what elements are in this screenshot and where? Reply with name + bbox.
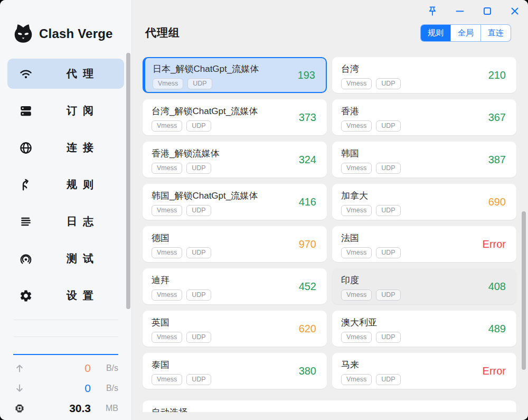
proxy-latency: 452: [299, 281, 316, 293]
download-speed-row: 0 B/s: [0, 378, 131, 398]
sidebar-item-profiles[interactable]: 订阅: [7, 96, 124, 126]
proxy-card[interactable]: 加拿大 VmessUDP 690: [332, 184, 516, 220]
protocol-badge: Vmess: [341, 163, 372, 174]
download-speed-value: 0: [25, 382, 91, 395]
minimize-icon: [454, 5, 466, 17]
proxy-card[interactable]: 台湾 VmessUDP 210: [332, 57, 516, 93]
proxy-tags: VmessUDP: [152, 332, 318, 343]
sidebar-scrollbar[interactable]: [126, 53, 130, 309]
protocol-badge: UDP: [186, 247, 211, 258]
proxy-tags: VmessUDP: [152, 120, 318, 132]
protocol-badge: Vmess: [152, 247, 182, 258]
proxy-card[interactable]: 韩国_解锁ChatGpt_流媒体 VmessUDP 416: [143, 184, 327, 220]
mode-tab-2[interactable]: 直连: [480, 25, 511, 41]
proxy-name: 韩国_解锁ChatGpt_流媒体: [152, 190, 318, 202]
proxy-card[interactable]: 香港_解锁流媒体 VmessUDP 324: [143, 142, 327, 178]
sidebar-item-label: 日志: [67, 214, 99, 229]
proxy-latency: 970: [299, 238, 316, 250]
proxy-latency: 416: [299, 196, 316, 208]
page-title: 代理组: [145, 25, 180, 40]
protocol-badge: UDP: [186, 205, 211, 216]
proxy-tags: VmessUDP: [153, 78, 318, 89]
protocol-badge: Vmess: [152, 120, 182, 132]
sidebar-item-label: 代理: [67, 67, 99, 81]
proxy-card[interactable]: 迪拜 VmessUDP 452: [143, 268, 327, 304]
cat-logo-icon: [12, 22, 35, 45]
proxy-card[interactable]: 印度 VmessUDP 408: [332, 268, 516, 304]
test-icon: [19, 252, 33, 266]
proxy-name: 台湾: [341, 63, 508, 75]
proxy-name: 加拿大: [341, 190, 508, 202]
proxy-name: 英国: [152, 316, 318, 329]
sidebar-item-rules[interactable]: 规则: [7, 170, 124, 200]
sidebar-nav: 代理 订阅 连接 规则 日志 测试 设置: [0, 59, 131, 311]
protocol-badge: Vmess: [341, 374, 372, 385]
proxy-latency: 690: [488, 196, 506, 208]
memory-usage-unit: MB: [91, 404, 118, 413]
mode-tab-group: 规则全局直连: [420, 24, 511, 42]
sidebar-item-label: 订阅: [67, 104, 99, 118]
protocol-badge: Vmess: [152, 163, 182, 174]
sidebar-item-settings[interactable]: 设置: [7, 281, 124, 311]
proxy-name: 香港: [341, 105, 508, 117]
next-group-card-partial[interactable]: 自动选择: [143, 400, 516, 412]
proxy-tags: VmessUDP: [152, 374, 318, 385]
proxy-card[interactable]: 香港 VmessUDP 367: [332, 99, 516, 135]
mode-tab-1[interactable]: 全局: [450, 25, 480, 41]
proxy-latency: 380: [299, 365, 316, 377]
protocol-badge: Vmess: [341, 78, 372, 89]
proxy-card[interactable]: 台湾_解锁ChatGpt_流媒体 VmessUDP 373: [143, 99, 327, 135]
minimize-button[interactable]: [454, 5, 466, 17]
proxy-latency: 489: [488, 323, 506, 335]
proxy-card[interactable]: 日本_解锁ChatGpt_流媒体 VmessUDP 193: [143, 57, 327, 93]
sidebar-item-connections[interactable]: 连接: [7, 133, 124, 163]
proxy-card[interactable]: 英国 VmessUDP 620: [143, 311, 327, 347]
proxy-latency: 373: [299, 111, 316, 124]
proxy-card[interactable]: 德国 VmessUDP 970: [143, 226, 327, 262]
proxy-latency: Error: [483, 365, 506, 377]
protocol-badge: Vmess: [341, 332, 372, 343]
mode-tab-0[interactable]: 规则: [421, 25, 450, 41]
proxy-tags: VmessUDP: [341, 205, 508, 216]
sidebar-item-label: 连接: [67, 141, 99, 155]
proxy-grid: 日本_解锁ChatGpt_流媒体 VmessUDP 193 台湾 VmessUD…: [143, 57, 516, 389]
sidebar-item-logs[interactable]: 日志: [7, 207, 124, 237]
sidebar-item-proxies[interactable]: 代理: [7, 59, 124, 89]
proxy-card[interactable]: 马来 VmessUDP Error: [332, 353, 516, 389]
proxy-tags: VmessUDP: [341, 290, 508, 301]
upload-speed-value: 0: [25, 362, 91, 375]
sidebar-item-label: 设置: [67, 288, 99, 303]
protocol-badge: Vmess: [152, 290, 182, 301]
wifi-icon: [19, 67, 33, 81]
proxy-card[interactable]: 法国 VmessUDP Error: [332, 226, 516, 262]
window-controls: [427, 5, 521, 17]
sidebar-item-test[interactable]: 测试: [7, 244, 124, 274]
protocol-badge: UDP: [376, 332, 400, 343]
proxy-card[interactable]: 韩国 VmessUDP 387: [332, 142, 516, 178]
memory-usage-value: 30.3: [25, 402, 91, 415]
proxy-tags: VmessUDP: [152, 247, 318, 258]
proxy-name: 自动选择: [152, 406, 508, 412]
proxy-name: 香港_解锁流媒体: [152, 147, 318, 160]
pin-button[interactable]: [427, 5, 438, 17]
main-area: 代理组 规则全局直连 日本_解锁ChatGpt_流媒体 VmessUDP 193…: [132, 0, 528, 420]
close-button[interactable]: [509, 5, 521, 17]
app-window: Clash Verge 代理 订阅 连接 规则 日志 测试 设置 0 B/s: [0, 0, 528, 420]
proxy-name: 日本_解锁ChatGpt_流媒体: [153, 63, 318, 75]
rules-icon: [19, 178, 33, 192]
proxy-tags: VmessUDP: [152, 205, 318, 216]
proxy-card[interactable]: 泰国 VmessUDP 380: [143, 353, 327, 389]
proxy-tags: VmessUDP: [152, 290, 318, 301]
protocol-badge: Vmess: [341, 205, 372, 216]
upload-arrow-icon: [14, 362, 25, 374]
pin-icon: [427, 5, 438, 17]
maximize-button[interactable]: [482, 5, 493, 17]
app-logo: Clash Verge: [12, 22, 131, 45]
upload-speed-row: 0 B/s: [0, 358, 131, 378]
proxy-latency: 387: [488, 154, 506, 166]
protocol-badge: UDP: [186, 120, 211, 132]
proxy-name: 韩国: [341, 147, 508, 160]
sidebar-item-label: 规则: [67, 178, 99, 192]
main-scrollbar[interactable]: [522, 211, 526, 370]
proxy-card[interactable]: 澳大利亚 VmessUDP 489: [332, 311, 516, 347]
